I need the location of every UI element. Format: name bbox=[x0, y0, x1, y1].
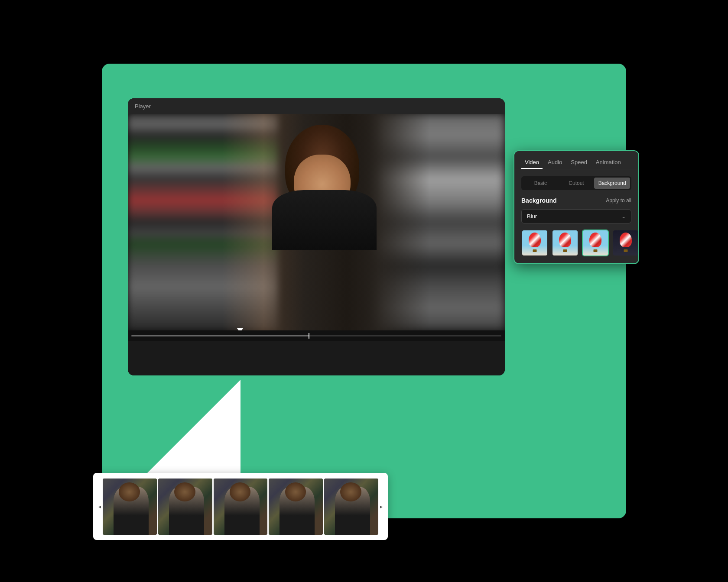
filmstrip-arrow-left[interactable]: ◂ bbox=[97, 504, 103, 510]
thumb-inner-4 bbox=[613, 230, 638, 255]
sub-tab-background[interactable]: Background bbox=[594, 178, 630, 189]
scrubber-head bbox=[309, 333, 309, 339]
balloon-basket-3 bbox=[594, 249, 598, 252]
frame-person-head bbox=[285, 482, 306, 501]
thumbnail-grid bbox=[521, 230, 631, 256]
section-header: Background Apply to all bbox=[521, 197, 631, 204]
thumb-inner-3 bbox=[583, 230, 608, 255]
playhead-arrow bbox=[237, 328, 243, 330]
player-title: Player bbox=[135, 103, 151, 110]
filmstrip-frame[interactable] bbox=[324, 479, 378, 535]
inspector-body: Basic Cutout Background Background Apply… bbox=[514, 169, 638, 263]
scrubber-line[interactable] bbox=[128, 330, 505, 341]
frame-person bbox=[280, 487, 315, 535]
background-thumb-3[interactable] bbox=[582, 230, 609, 256]
background-thumb-4[interactable] bbox=[612, 230, 639, 256]
frame-person-head bbox=[174, 482, 195, 501]
frame-inner bbox=[158, 479, 212, 535]
blur-dropdown[interactable]: Blur ⌄ bbox=[521, 209, 631, 223]
frame-person bbox=[335, 487, 370, 535]
balloon-body-3 bbox=[589, 233, 601, 247]
section-title: Background bbox=[521, 197, 557, 204]
filmstrip-frame[interactable] bbox=[214, 479, 268, 535]
woman-head bbox=[281, 125, 368, 244]
scrubber-track[interactable] bbox=[131, 335, 501, 336]
balloon-body-1 bbox=[529, 233, 541, 247]
tab-audio[interactable]: Audio bbox=[544, 156, 566, 169]
woman-portrait bbox=[234, 114, 392, 330]
frame-inner bbox=[103, 479, 157, 535]
balloon-body-2 bbox=[559, 233, 571, 247]
timeline-area[interactable] bbox=[128, 330, 505, 375]
frame-inner bbox=[324, 479, 378, 535]
filmstrip-frames bbox=[103, 479, 378, 535]
player-titlebar: Player bbox=[128, 98, 505, 114]
frame-person bbox=[114, 487, 149, 535]
tab-animation[interactable]: Animation bbox=[592, 156, 624, 169]
scrubber-progress bbox=[131, 335, 309, 336]
apply-all-button[interactable]: Apply to all bbox=[606, 197, 631, 204]
balloon-basket-4 bbox=[624, 249, 628, 252]
frame-person-head bbox=[119, 482, 140, 501]
balloon-body-4 bbox=[620, 233, 632, 247]
filmstrip-frame[interactable] bbox=[269, 479, 323, 535]
sub-tabs: Basic Cutout Background bbox=[521, 176, 631, 190]
frame-inner bbox=[269, 479, 323, 535]
filmstrip-frame[interactable] bbox=[103, 479, 157, 535]
blur-label: Blur bbox=[527, 213, 537, 220]
frame-person-head bbox=[340, 482, 361, 501]
frame-person bbox=[169, 487, 204, 535]
chevron-down-icon: ⌄ bbox=[621, 213, 626, 220]
player-video-area bbox=[128, 114, 505, 330]
frame-inner bbox=[214, 479, 268, 535]
thumb-inner-2 bbox=[552, 230, 578, 255]
tab-speed[interactable]: Speed bbox=[567, 156, 591, 169]
player-window: Player bbox=[128, 98, 505, 375]
frame-person-head bbox=[230, 482, 251, 501]
balloon-basket-1 bbox=[533, 249, 537, 252]
inspector-panel: Video Audio Speed Animation Basic Cutout bbox=[514, 150, 639, 264]
thumb-inner-1 bbox=[522, 230, 547, 255]
woman-body bbox=[272, 190, 377, 250]
sub-tab-cutout[interactable]: Cutout bbox=[559, 178, 595, 189]
filmstrip-arrow-right[interactable]: ▸ bbox=[378, 504, 384, 510]
inspector-tabs: Video Audio Speed Animation bbox=[514, 151, 638, 169]
background-thumb-1[interactable] bbox=[521, 230, 548, 256]
sub-tab-basic[interactable]: Basic bbox=[523, 178, 559, 189]
filmstrip-frame[interactable] bbox=[158, 479, 212, 535]
balloon-basket-2 bbox=[563, 249, 567, 252]
filmstrip-container: ◂ bbox=[93, 473, 388, 540]
playhead bbox=[237, 328, 243, 330]
frame-person bbox=[224, 487, 260, 535]
outer-background: Player bbox=[102, 64, 626, 518]
tab-video[interactable]: Video bbox=[521, 156, 543, 169]
background-thumb-2[interactable] bbox=[552, 230, 578, 256]
